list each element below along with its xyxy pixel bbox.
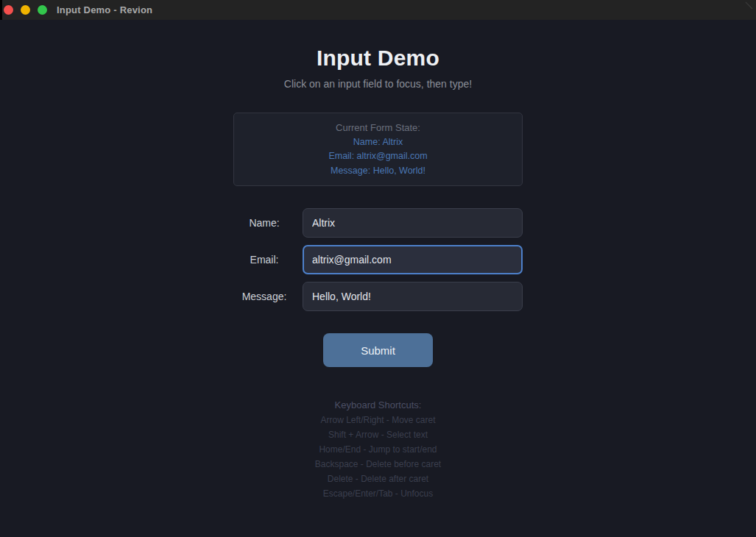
app-window: Input Demo - Revion Input Demo Click on … — [0, 0, 756, 537]
page-subtitle: Click on an input field to focus, then t… — [0, 77, 756, 90]
message-label: Message: — [233, 291, 295, 302]
form-state-email-line: Email: altrix@gmail.com — [243, 149, 513, 164]
close-button[interactable] — [4, 5, 13, 15]
titlebar: Input Demo - Revion — [0, 0, 756, 20]
page-title: Input Demo — [0, 45, 756, 71]
email-input[interactable] — [303, 245, 523, 274]
name-input[interactable] — [303, 208, 523, 238]
shortcut-item: Escape/Enter/Tab - Unfocus — [0, 486, 756, 501]
resize-cursor-artifact — [746, 2, 753, 10]
minimize-button[interactable] — [21, 5, 30, 15]
shortcut-item: Home/End - Jump to start/end — [0, 442, 756, 457]
form-row-name: Name: — [233, 208, 523, 238]
traffic-lights — [4, 5, 47, 15]
shortcut-item: Arrow Left/Right - Move caret — [0, 413, 756, 427]
form-state-message-line: Message: Hello, World! — [243, 164, 513, 179]
form-row-email: Email: — [233, 245, 523, 274]
window-left-edge — [0, 0, 2, 20]
name-label: Name: — [233, 217, 295, 229]
main-content: Input Demo Click on an input field to fo… — [0, 20, 756, 537]
form-state-panel: Current Form State: Name: Altrix Email: … — [233, 113, 523, 186]
form-state-title: Current Form State: — [243, 121, 513, 135]
input-form: Name: Email: Message: — [233, 208, 523, 311]
maximize-button[interactable] — [38, 5, 47, 15]
message-input[interactable] — [303, 282, 523, 311]
email-label: Email: — [233, 254, 295, 266]
form-state-name-line: Name: Altrix — [243, 135, 513, 150]
shortcut-item: Delete - Delete after caret — [0, 472, 756, 486]
submit-row: Submit — [0, 333, 756, 367]
window-title: Input Demo - Revion — [57, 4, 152, 15]
form-row-message: Message: — [233, 282, 523, 311]
submit-button[interactable]: Submit — [323, 333, 433, 367]
shortcuts-title: Keyboard Shortcuts: — [0, 398, 756, 413]
keyboard-shortcuts-panel: Keyboard Shortcuts: Arrow Left/Right - M… — [0, 398, 756, 501]
shortcut-item: Shift + Arrow - Select text — [0, 427, 756, 442]
shortcut-item: Backspace - Delete before caret — [0, 457, 756, 472]
